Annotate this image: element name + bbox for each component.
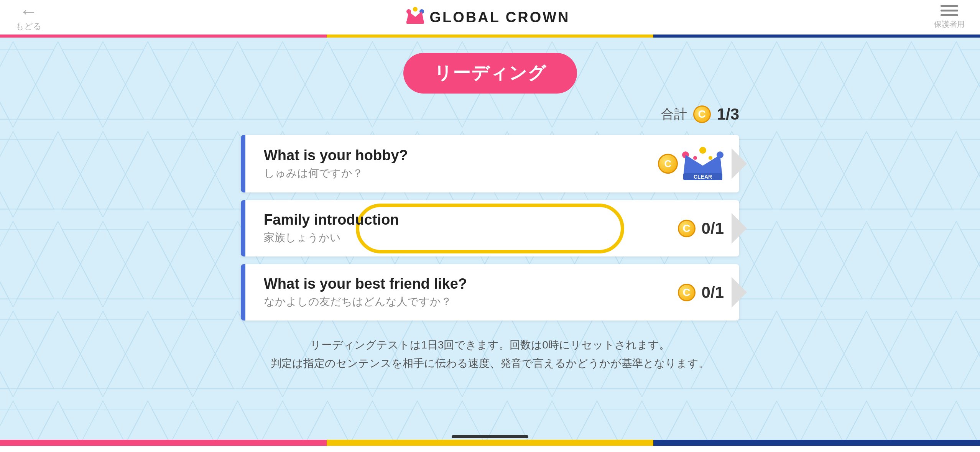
- lesson-title-jp-family: 家族しょうかい: [264, 230, 678, 245]
- bottom-bar-navy: [653, 440, 980, 446]
- menu-button[interactable]: 保護者用: [934, 5, 965, 30]
- side-bar-accent-3: [241, 264, 245, 321]
- row-arrow-2: [732, 213, 747, 244]
- page-content: リーディング 合計 C 1/3 What is your hobby? しゅみは…: [0, 38, 980, 372]
- lesson-title-jp: しゅみは何ですか？: [264, 166, 658, 181]
- logo: GLOBAL CROWN: [406, 7, 570, 28]
- bottom-color-bar: [0, 440, 980, 446]
- back-button[interactable]: ← もどる: [15, 2, 42, 32]
- clear-coin-icon: C: [658, 154, 678, 174]
- score-family: 0/1: [702, 219, 724, 238]
- home-indicator: [452, 435, 528, 438]
- coin-icon-summary: C: [693, 105, 711, 123]
- color-bar-pink: [0, 35, 327, 38]
- svg-point-18: [693, 156, 697, 160]
- lesson-title-en-friend: What is your best friend like?: [264, 276, 678, 292]
- lesson-score-friend: C 0/1: [678, 283, 724, 302]
- lessons-list: What is your hobby? しゅみは何ですか？ C: [241, 135, 739, 321]
- lesson-score-family: C 0/1: [678, 219, 724, 238]
- score-summary-label: 合計: [661, 105, 687, 123]
- logo-text: GLOBAL CROWN: [429, 9, 570, 26]
- bottom-bar-pink: [0, 440, 327, 446]
- reading-badge: リーディング: [403, 53, 577, 94]
- bottom-note-line2: 判定は指定のセンテンスを相手に伝わる速度、発音で言えるかどうかが基準となります。: [271, 354, 709, 373]
- svg-rect-6: [406, 21, 424, 24]
- coin-icon-family: C: [678, 220, 696, 237]
- side-bar-accent-2: [241, 200, 245, 256]
- back-label: もどる: [15, 21, 42, 32]
- lesson-title-jp-friend: なかよしの友だちはどんな人ですか？: [264, 294, 678, 309]
- lesson-row-hobby[interactable]: What is your hobby? しゅみは何ですか？ C: [241, 135, 739, 192]
- hamburger-icon: [941, 5, 958, 16]
- menu-label: 保護者用: [934, 19, 965, 30]
- color-bar: [0, 35, 980, 38]
- svg-point-14: [699, 147, 706, 154]
- svg-point-2: [413, 7, 418, 12]
- svg-point-19: [709, 156, 712, 160]
- coin-icon-friend: C: [678, 284, 696, 301]
- main-content: リーディング 合計 C 1/3 What is your hobby? しゅみは…: [0, 38, 980, 446]
- side-bar-accent: [241, 135, 245, 192]
- lesson-text-family: Family introduction 家族しょうかい: [256, 212, 678, 245]
- bottom-note-line1: リーディングテストは1日3回できます。回数は0時にリセットされます。: [271, 336, 709, 354]
- color-bar-yellow: [327, 35, 653, 38]
- back-arrow-icon: ←: [20, 2, 38, 21]
- lesson-row-family[interactable]: Family introduction 家族しょうかい C 0/1: [241, 200, 739, 256]
- color-bar-navy: [653, 35, 980, 38]
- score-friend: 0/1: [702, 283, 724, 302]
- svg-marker-16: [683, 155, 722, 176]
- lesson-title-en-family: Family introduction: [264, 212, 678, 228]
- bottom-bar-yellow: [327, 440, 653, 446]
- total-score: 1/3: [717, 105, 739, 123]
- lesson-text-friend: What is your best friend like? なかよしの友だちは…: [256, 276, 678, 309]
- clear-badge: C CLEAR: [658, 146, 724, 181]
- crown-emoji-icon: [406, 7, 425, 28]
- bottom-note: リーディングテストは1日3回できます。回数は0時にリセットされます。 判定は指定…: [271, 336, 709, 372]
- lesson-text: What is your hobby? しゅみは何ですか？: [256, 147, 658, 181]
- score-summary: 合計 C 1/3: [241, 105, 739, 123]
- svg-text:CLEAR: CLEAR: [694, 174, 712, 180]
- clear-crown-icon: CLEAR: [682, 146, 724, 181]
- row-arrow: [732, 148, 747, 179]
- lesson-title-en: What is your hobby?: [264, 147, 658, 164]
- lesson-row-friend[interactable]: What is your best friend like? なかよしの友だちは…: [241, 264, 739, 321]
- row-arrow-3: [732, 277, 747, 308]
- header: ← もどる GLOBAL CROWN 保護者用: [0, 0, 980, 35]
